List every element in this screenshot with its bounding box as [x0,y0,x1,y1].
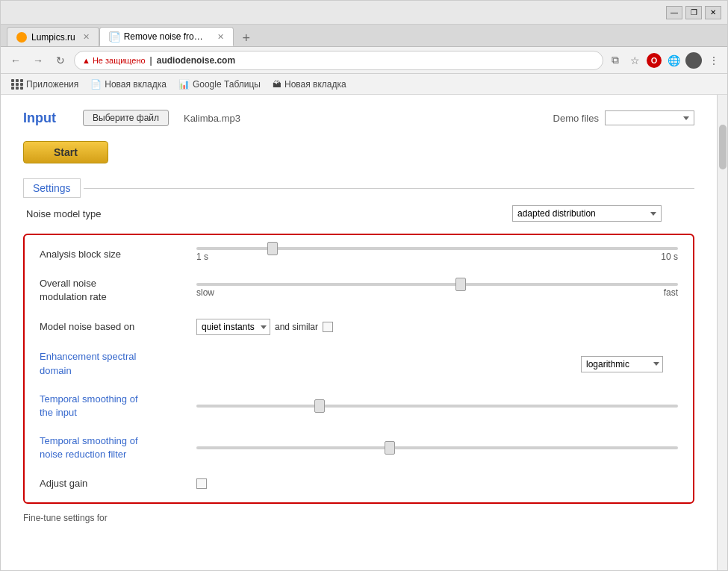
tab-label-lumpics: Lumpics.ru [31,32,75,43]
setting-row-adjust-gain: Adjust gain [40,477,678,490]
back-button[interactable]: ← [7,52,25,69]
url-domain: audiodenoise.com [157,55,235,66]
analysis-block-size-labels: 1 s 10 s [196,252,678,262]
forward-button[interactable]: → [29,52,47,69]
setting-row-noise-modulation: Overall noisemodulation rate slow fast [40,277,678,304]
spectral-domain-select[interactable]: logarithmic linear power [581,356,663,372]
title-bar: — ❐ ✕ [1,1,727,25]
bookmark-sheets[interactable]: 📊 Google Таблицы [174,78,265,91]
temporal-smoothing-filter-slider[interactable] [196,446,678,449]
page-scroll: Input Выберите файл Kalimba.mp3 Demo fil… [1,95,727,570]
new-tab-button[interactable]: + [237,30,256,46]
url-bar[interactable]: ▲ Не защищено | audiodenoise.com [74,51,603,70]
noise-modulation-slider[interactable] [196,283,678,286]
apps-button[interactable]: Приложения [7,78,83,91]
sheets-icon: 📊 [178,79,190,90]
tab-audiodenoise[interactable]: 📄 Remove noise from audio files o ✕ [99,27,234,46]
noise-modulation-label-right: fast [664,287,678,298]
choose-file-button[interactable]: Выберите файл [83,110,169,126]
setting-row-temporal-smoothing-input: Temporal smoothing ofthe input [40,393,678,419]
close-button[interactable]: ✕ [705,6,721,19]
model-noise-controls: quiet instants all frames and similar [196,319,333,335]
scrollbar[interactable] [717,95,727,570]
globe-icon[interactable]: 🌐 [666,53,681,68]
doc-icon: 📄 [90,79,102,90]
noise-modulation-slider-container: slow fast [196,283,678,298]
noise-modulation-label-left: slow [196,287,214,298]
user-avatar[interactable] [685,52,702,69]
settings-toggle-button[interactable]: Settings [23,178,81,198]
demo-files-label: Demo files [553,113,599,124]
opera-icon[interactable]: O [647,53,662,68]
apps-label: Приложения [26,79,78,90]
noise-modulation-labels: slow fast [196,287,678,298]
file-name: Kalimba.mp3 [184,113,240,124]
bookmark-label-2: Новая вкладка [284,79,346,90]
temporal-smoothing-input-slider-container [196,405,678,408]
bookmark-label-sheets: Google Таблицы [193,79,261,90]
minimize-button[interactable]: — [666,6,682,19]
start-button-container: Start [23,141,694,178]
setting-row-temporal-smoothing-filter: Temporal smoothing ofnoise reduction fil… [40,434,678,461]
tab-label-audiodenoise: Remove noise from audio files o [124,31,210,42]
input-label: Input [23,110,68,126]
bookmark-new-tab-2[interactable]: 🏔 Новая вкладка [268,78,351,91]
warning-icon: ▲ [82,56,90,65]
model-noise-select[interactable]: quiet instants all frames [196,319,270,335]
warning-text: Не защищено [93,56,146,65]
analysis-block-size-label: Analysis block size [40,248,189,261]
tab-bar: Lumpics.ru ✕ 📄 Remove noise from audio f… [1,25,727,47]
address-bar: ← → ↻ ▲ Не защищено | audiodenoise.com ⧉… [1,47,727,74]
temporal-smoothing-input-label: Temporal smoothing ofthe input [40,393,189,419]
fine-tune-text: Fine-tune settings for [23,513,694,523]
temporal-smoothing-filter-slider-container [196,446,678,449]
window-controls: — ❐ ✕ [666,6,721,19]
settings-divider [84,188,694,189]
adjust-gain-checkbox[interactable] [196,478,207,489]
start-button[interactable]: Start [23,141,108,163]
spectral-domain-label: Enhancement spectraldomain [40,350,189,377]
photo-icon: 🏔 [273,79,281,90]
scrollbar-thumb[interactable] [719,125,727,169]
input-section: Input Выберите файл Kalimba.mp3 Demo fil… [23,110,694,126]
page-content: Input Выберите файл Kalimba.mp3 Demo fil… [1,95,727,570]
security-warning: ▲ Не защищено [82,56,146,65]
analysis-block-size-label-left: 1 s [196,252,208,262]
temporal-smoothing-input-slider[interactable] [196,405,678,408]
bookmarks-bar: Приложения 📄 Новая вкладка 📊 Google Табл… [1,74,727,95]
setting-row-spectral-domain: Enhancement spectraldomain logarithmic l… [40,350,678,377]
spectral-domain-control: logarithmic linear power [581,356,663,372]
tab-lumpics[interactable]: Lumpics.ru ✕ [7,27,99,46]
and-similar-label: and similar [275,322,318,332]
bookmark-new-tab-1[interactable]: 📄 Новая вкладка [86,78,171,91]
analysis-block-size-slider-container: 1 s 10 s [196,247,678,262]
noise-model-select[interactable]: adapted distribution stationary non-stat… [512,205,662,222]
tab-close-audiodenoise[interactable]: ✕ [217,32,224,42]
setting-row-analysis-block-size: Analysis block size 1 s 10 s [40,247,678,262]
main-content: Input Выберите файл Kalimba.mp3 Demo fil… [1,95,717,570]
setting-row-model-noise: Model noise based on quiet instants all … [40,319,678,335]
copy-icon[interactable]: ⧉ [608,53,623,68]
demo-files-select[interactable] [605,110,694,125]
analysis-block-size-label-right: 10 s [661,252,678,262]
noise-modulation-label: Overall noisemodulation rate [40,277,189,304]
bookmark-star-icon[interactable]: ☆ [627,53,642,68]
and-similar-checkbox[interactable] [323,322,333,332]
restore-button[interactable]: ❐ [685,6,702,19]
tab-favicon-lumpics [16,32,27,43]
temporal-smoothing-filter-label: Temporal smoothing ofnoise reduction fil… [40,434,189,461]
noise-model-row: Noise model type adapted distribution st… [23,205,694,222]
analysis-block-size-slider[interactable] [196,247,678,250]
bookmark-label-1: Новая вкладка [105,79,167,90]
settings-header: Settings [23,178,694,198]
noise-model-label: Noise model type [26,208,175,219]
demo-files-section: Demo files [553,110,694,125]
address-icons: ⧉ ☆ O 🌐 ⋮ [608,52,721,69]
tab-close-lumpics[interactable]: ✕ [83,32,90,42]
apps-grid-icon [11,79,24,90]
settings-box: Analysis block size 1 s 10 s Overall noi… [23,234,694,504]
refresh-button[interactable]: ↻ [52,52,69,69]
browser-window: — ❐ ✕ Lumpics.ru ✕ 📄 Remove noise from a… [0,0,728,571]
menu-icon[interactable]: ⋮ [706,53,721,68]
url-separator: | [150,55,152,66]
